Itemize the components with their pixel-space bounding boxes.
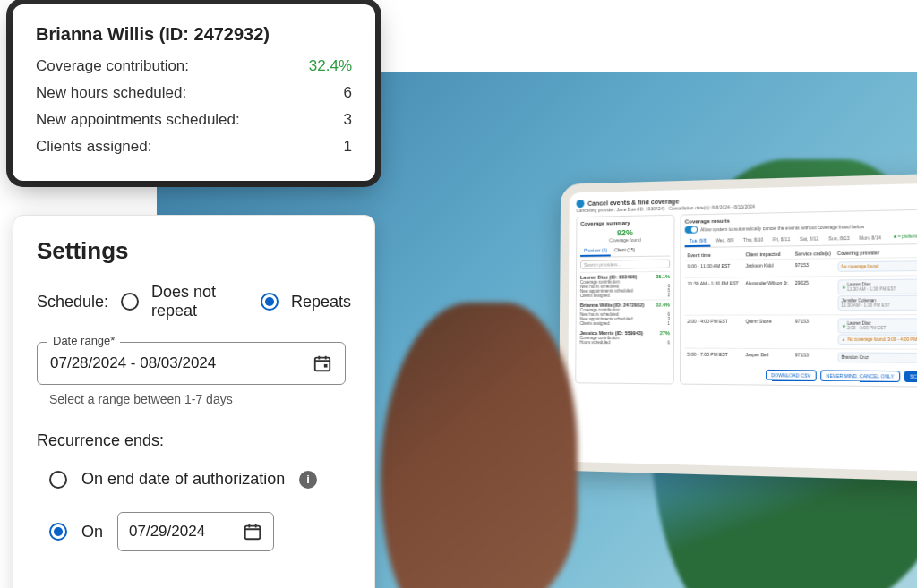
summary-row-label: Coverage contribution: [36, 57, 189, 75]
day-tab[interactable]: Wed, 8/9 [711, 235, 739, 247]
tab-provider[interactable]: Provider (5) [580, 245, 611, 257]
day-tab[interactable]: Tue, 8/8 [685, 235, 711, 247]
provider-item[interactable]: Brianna Willis (ID: 2472932)32.4%Coverag… [580, 299, 670, 328]
summary-row-value: 32.4% [309, 57, 352, 75]
option-on: On [81, 523, 103, 541]
summary-row: New hours scheduled:6 [36, 84, 352, 102]
column-header: Event time [685, 250, 743, 260]
preferred-legend: = preferred provider [887, 232, 917, 244]
calendar-icon [243, 522, 262, 541]
cancel-only-button[interactable]: NEVER MIND, CANCEL ONLY [820, 370, 900, 382]
auto-cancel-toggle[interactable] [685, 226, 698, 233]
date-range-label: Date range* [47, 334, 120, 347]
coverage-chip[interactable]: Brandon Cruz▦ [837, 352, 917, 362]
summary-row: Clients assigned:1 [36, 138, 352, 156]
svg-rect-2 [245, 526, 261, 540]
summary-row: New appointments scheduled:3 [36, 111, 352, 129]
coverage-results-panel: Coverage results Allow system to automat… [680, 209, 917, 388]
svg-rect-1 [324, 364, 328, 368]
radio-does-not-repeat[interactable] [121, 293, 139, 311]
coverage-percent-label: Coverage found [580, 236, 670, 243]
summary-row-value: 6 [344, 84, 352, 102]
day-tab[interactable]: Mon, 8/14 [854, 233, 886, 244]
modal-sub-provider: Cancelling provider: Jane Doe (ID: 19304… [577, 206, 665, 213]
tablet-device: Cancel events & find coverage Cancelling… [559, 173, 917, 482]
info-icon[interactable]: i [299, 471, 317, 489]
coverage-chip[interactable]: Jennifer Coleman11:30 AM - 1:30 PM EST▦ [837, 295, 917, 311]
option-does-not-repeat: Does not repeat [151, 283, 248, 320]
table-row: 11:30 AM - 1:30 PM ESTAlexander Wilson J… [684, 276, 917, 316]
settings-card: Settings Schedule: Does not repeat Repea… [13, 215, 375, 588]
table-row: 2:00 - 4:00 PM ESTQuinn Stone97153★Laure… [684, 315, 917, 350]
column-header: Client impacted [742, 249, 793, 260]
settings-heading: Settings [37, 237, 351, 265]
coverage-chip[interactable]: ★Lauren Diaz2:00 - 3:00 PM EST▦ [837, 318, 917, 333]
recurrence-date-value: 07/29/2024 [129, 523, 205, 541]
option-end-of-auth: On end date of authorization [81, 470, 285, 489]
summary-row: Coverage contribution:32.4% [36, 57, 352, 75]
recurrence-ends-label: Recurrence ends: [37, 431, 351, 450]
summary-row-value: 1 [344, 138, 352, 156]
schedule-label: Schedule: [37, 293, 108, 311]
calendar-icon [313, 354, 332, 373]
table-row: 5:00 - 7:00 PM ESTJasper Bell97153Brando… [684, 348, 917, 367]
search-providers-input[interactable]: Search providers… [580, 260, 670, 269]
day-tab[interactable]: Sun, 8/13 [824, 234, 854, 245]
auto-cancel-label: Allow system to automatically cancel the… [700, 224, 864, 233]
radio-on-date[interactable] [49, 523, 67, 541]
radio-end-of-auth[interactable] [49, 471, 67, 489]
day-tab[interactable]: Sat, 8/12 [795, 234, 824, 245]
summary-row-label: New appointments scheduled: [36, 111, 240, 129]
radio-repeats[interactable] [261, 293, 279, 311]
recurrence-date-input[interactable]: 07/29/2024 [117, 512, 274, 551]
app-icon [577, 200, 585, 208]
provider-name-heading: Brianna Willis (ID: 2472932) [36, 24, 352, 45]
day-tab[interactable]: Thu, 8/10 [739, 234, 768, 246]
coverage-summary-panel: Coverage summary 92% Coverage found Prov… [575, 215, 674, 385]
summary-row-label: New hours scheduled: [36, 84, 186, 102]
date-range-value: 07/28/2024 - 08/03/2024 [50, 354, 216, 372]
tab-client[interactable]: Client (15) [611, 245, 638, 257]
coverage-summary-heading: Coverage summary [580, 219, 670, 226]
svg-rect-0 [315, 358, 330, 371]
schedule-button[interactable]: SCHEDULE [904, 371, 917, 382]
provider-item[interactable]: Lauren Diaz (ID: 833490)35.1%Coverage co… [580, 271, 670, 300]
coverage-chip[interactable]: No coverage found▦ [837, 260, 917, 272]
schedule-row: Schedule: Does not repeat Repeats [37, 283, 351, 320]
column-header: Service code(s) [793, 249, 835, 260]
download-csv-button[interactable]: DOWNLOAD CSV [766, 370, 817, 381]
provider-item[interactable]: Jessica Morris (ID: 559943)27%Coverage c… [579, 328, 669, 346]
coverage-chip[interactable]: ▲No coverage found: 3:00 - 4:00 PM EST▦ [837, 334, 917, 345]
provider-summary-card: Brianna Willis (ID: 2472932) Coverage co… [13, 4, 375, 181]
day-tab[interactable]: Fri, 8/11 [767, 234, 794, 246]
option-repeats: Repeats [291, 293, 351, 311]
summary-row-label: Clients assigned: [36, 138, 151, 156]
summary-row-value: 3 [344, 111, 352, 129]
tablet-screen: Cancel events & find coverage Cancelling… [568, 183, 917, 472]
date-range-helper: Select a range between 1-7 days [49, 392, 351, 406]
date-range-input[interactable]: 07/28/2024 - 08/03/2024 [37, 342, 346, 385]
table-row: 9:00 - 11:00 AM ESTJackson Kidd97153No c… [684, 257, 917, 277]
coverage-chip[interactable]: ★Lauren Diaz11:30 AM - 1:30 PM EST▦ [837, 278, 917, 294]
modal-sub-dates: Cancellation date(s): 8/8/2024 - 8/16/20… [669, 203, 756, 210]
